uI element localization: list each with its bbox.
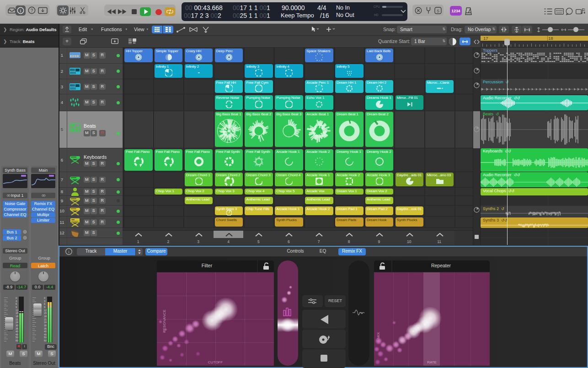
svg-text:?: ? [31,8,33,13]
svg-text:i: i [20,8,21,13]
svg-text:S: S [437,8,439,13]
svg-text:R: R [133,41,136,44]
svg-text:i: i [68,249,69,254]
